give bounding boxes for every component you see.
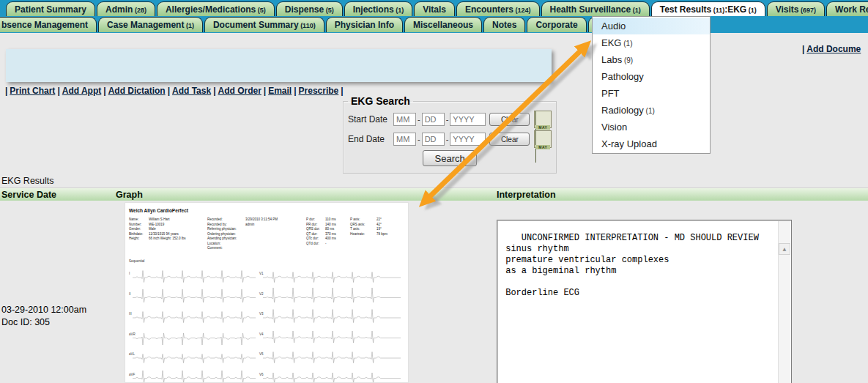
tab-vitals[interactable]: Vitals: [414, 1, 455, 16]
tab-label: Allergies/Medications: [166, 4, 256, 15]
ekg-trace: [133, 289, 256, 302]
menu-item-ekg[interactable]: EKG (1): [593, 34, 710, 51]
menu-item-audio[interactable]: Audio: [593, 18, 710, 34]
end-day-input[interactable]: [422, 133, 445, 146]
menu-item-labs[interactable]: Labs (9): [593, 51, 710, 68]
report-field: QTd dur:-: [306, 242, 336, 247]
report-axes-block: P axis:22°QRS axis:42°T axis:19°Heartrat…: [350, 217, 387, 237]
tab-health-surveillance[interactable]: Health Surveillance (1): [541, 1, 650, 16]
start-calendar-icon[interactable]: MAY: [534, 111, 552, 128]
tab-test-results[interactable]: Test Results (11):EKG (1): [651, 1, 765, 16]
report-recording-block: Recorded:3/29/2010 3:11:54 PMRecorded by…: [207, 217, 278, 251]
ekg-trace: [263, 352, 401, 363]
interpretation-box[interactable]: UNCONFIRMED INTERPRETATION - MD SHOULD R…: [497, 220, 792, 383]
add-dictation-link[interactable]: Add Dictation: [108, 86, 166, 96]
start-clear-button[interactable]: Clear: [489, 113, 530, 126]
start-year-input[interactable]: [450, 113, 486, 126]
ekg-search-panel: EKG Search Start Date - - Clear MAY End …: [343, 95, 557, 174]
end-month-input[interactable]: [393, 133, 416, 146]
tab-count: (1): [631, 7, 641, 14]
lead-label-right: V1: [259, 272, 264, 275]
report-field: Height:66 inch Weight: 152.0 lbs: [129, 237, 185, 242]
tab-count: (28): [133, 7, 146, 14]
ekg-trace: [263, 272, 401, 283]
date-dash: -: [416, 135, 422, 144]
scroll-up-icon[interactable]: ▲: [779, 243, 790, 255]
report-field-label: Height:: [129, 237, 149, 242]
ekg-graph-panel[interactable]: Welch Allyn CardioPerfect Name:William S…: [125, 202, 409, 383]
tab-bsence-management[interactable]: bsence Management: [0, 17, 97, 32]
tab-visits[interactable]: Visits (697): [767, 1, 825, 16]
tab-miscellaneous[interactable]: Miscellaneous: [404, 17, 482, 32]
menu-item-label: EKG: [601, 37, 621, 48]
tab-count: (5): [256, 7, 266, 14]
report-field-label: Heartrate:: [350, 232, 376, 237]
tab-corporate[interactable]: Corporate: [527, 17, 586, 32]
tab-notes[interactable]: Notes: [483, 17, 525, 32]
menu-item-radiology[interactable]: Radiology (1): [593, 102, 710, 119]
report-field-value: -: [325, 242, 327, 247]
tab-label: Document Summary: [213, 20, 299, 30]
tab-count: (110): [299, 22, 316, 29]
menu-item-label: Labs: [601, 54, 622, 65]
test-results-dropdown-menu: AudioEKG (1)Labs (9)PathologyPFTRadiolog…: [592, 16, 711, 154]
add-appt-link[interactable]: Add Appt: [62, 86, 102, 96]
tab-label: Patient Summary: [15, 4, 86, 15]
tab-label: Injections: [353, 4, 394, 15]
tab-count: (1): [394, 7, 404, 14]
menu-item-label: Vision: [601, 122, 627, 133]
interpretation-scrollbar[interactable]: ▲: [778, 221, 790, 383]
menu-item-x-ray-upload[interactable]: X-ray Upload: [593, 135, 710, 152]
lead-label-right: V3: [259, 312, 264, 316]
start-day-input[interactable]: [422, 113, 445, 126]
add-document-link[interactable]: Add Docume: [806, 44, 861, 54]
menu-item-label: Pathology: [601, 71, 644, 82]
ekg-trace: [263, 310, 401, 323]
report-durations-block: P dur:110 msPR dur:140 msQRS dur:80 msQT…: [306, 217, 336, 246]
email-link[interactable]: Email: [268, 86, 292, 96]
calendar-month-label: MAY: [535, 125, 550, 130]
report-field-value: 400 ms: [325, 237, 336, 242]
tab-case-management[interactable]: Case Management (1): [98, 17, 203, 32]
menu-item-count: (1): [644, 107, 655, 115]
tab-patient-summary[interactable]: Patient Summary: [6, 1, 95, 16]
tab-label: Work Restrictions: [835, 4, 868, 15]
separator: |: [101, 86, 108, 96]
ekg-trace: [133, 371, 256, 383]
menu-item-vision[interactable]: Vision: [593, 119, 710, 135]
separator: |: [166, 86, 172, 96]
tab-dispense[interactable]: Dispense (5): [276, 1, 343, 16]
prescribe-link[interactable]: Prescribe: [299, 86, 339, 96]
tab-allergies-medications[interactable]: Allergies/Medications (5): [157, 1, 275, 16]
end-year-input[interactable]: [450, 133, 486, 146]
tab-document-summary[interactable]: Document Summary (110): [204, 17, 324, 32]
print-chart-link[interactable]: Print Chart: [10, 86, 55, 96]
ekg-trace: [263, 288, 401, 302]
lead-label-left: III: [129, 312, 132, 316]
tab-label: Notes: [492, 20, 516, 30]
search-button[interactable]: Search: [423, 150, 477, 166]
add-task-link[interactable]: Add Task: [172, 86, 211, 96]
tab-bar-row-2: bsence ManagementCase Management (1)Docu…: [0, 17, 657, 32]
end-calendar-icon[interactable]: MAY: [534, 130, 552, 148]
tab-admin[interactable]: Admin (28): [97, 1, 155, 16]
menu-item-pathology[interactable]: Pathology: [593, 68, 710, 85]
tab-label: Corporate: [535, 20, 577, 30]
start-month-input[interactable]: [393, 113, 416, 126]
menu-item-count: (9): [622, 56, 633, 64]
tab-physician-info[interactable]: Physician Info: [326, 17, 403, 32]
tab-label: Miscellaneous: [413, 20, 473, 30]
end-clear-button[interactable]: Clear: [489, 133, 530, 146]
separator: |: [338, 86, 345, 96]
tab-encounters[interactable]: Encounters (124): [456, 1, 540, 16]
add-order-link[interactable]: Add Order: [218, 86, 261, 96]
tab-work-restrictions[interactable]: Work Restrictions: [826, 1, 868, 16]
menu-item-pft[interactable]: PFT: [593, 85, 710, 102]
tab-count: (1): [184, 22, 194, 29]
tab-bar-row-1: Patient SummaryAdmin (28)Allergies/Medic…: [6, 1, 868, 16]
report-patient-block: Name:William S HartNumber:WE-10019Gender…: [129, 217, 185, 242]
report-field-label: QTd dur:: [306, 242, 325, 247]
tab-injections[interactable]: Injections (1): [344, 1, 413, 16]
tab-label: Visits: [776, 4, 799, 15]
report-field: Comment:: [207, 246, 278, 251]
